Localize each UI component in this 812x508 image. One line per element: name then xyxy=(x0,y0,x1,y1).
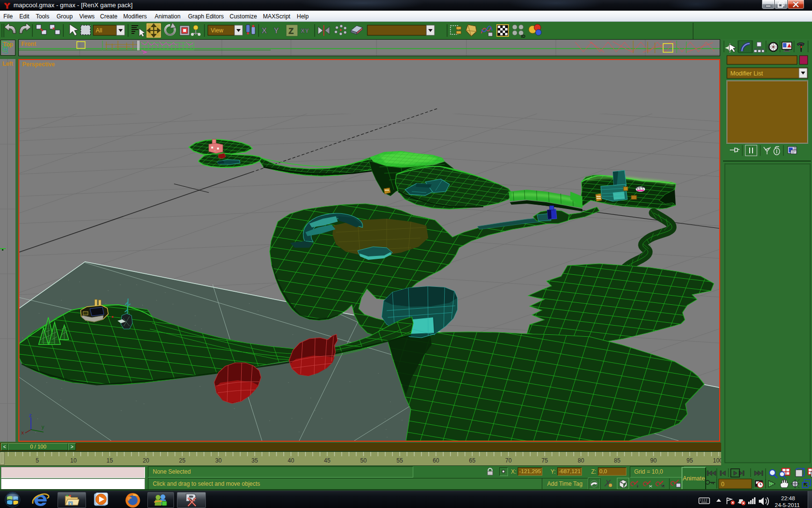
svg-text:50: 50 xyxy=(360,457,367,464)
svg-text:X: X xyxy=(261,26,267,35)
svg-text:75: 75 xyxy=(541,457,548,464)
svg-text:30: 30 xyxy=(215,457,222,464)
svg-text:15: 15 xyxy=(106,457,113,464)
svg-text:Z: Z xyxy=(289,27,293,36)
svg-text:All: All xyxy=(96,27,102,34)
svg-text:85: 85 xyxy=(614,457,621,464)
svg-text:x: x xyxy=(21,430,24,435)
svg-text:22:48: 22:48 xyxy=(781,495,795,501)
svg-text:80: 80 xyxy=(578,457,584,464)
svg-text:z: z xyxy=(29,412,32,418)
svg-text:55: 55 xyxy=(396,457,403,464)
svg-text:25: 25 xyxy=(179,457,186,464)
svg-text:95: 95 xyxy=(686,457,693,464)
svg-text:Y: Y xyxy=(274,26,279,35)
svg-text:40: 40 xyxy=(288,457,294,464)
svg-text:5: 5 xyxy=(36,457,39,464)
svg-text:90: 90 xyxy=(650,457,657,464)
svg-text:20: 20 xyxy=(143,457,149,464)
svg-text:XY: XY xyxy=(301,27,309,34)
svg-text:y: y xyxy=(42,424,44,430)
svg-text:Modifier List: Modifier List xyxy=(730,70,763,77)
svg-text:100: 100 xyxy=(713,457,721,464)
svg-text:ID: ID xyxy=(521,34,526,39)
svg-text:45: 45 xyxy=(324,457,331,464)
svg-text:65: 65 xyxy=(469,457,476,464)
svg-text:10: 10 xyxy=(70,457,77,464)
svg-text:24-5-2011: 24-5-2011 xyxy=(775,502,800,508)
svg-text:60: 60 xyxy=(433,457,439,464)
svg-text:View: View xyxy=(211,27,223,34)
svg-text:%: % xyxy=(661,484,665,488)
svg-text:35: 35 xyxy=(251,457,258,464)
svg-text:3: 3 xyxy=(637,484,639,488)
svg-text:0: 0 xyxy=(721,481,725,488)
svg-text:70: 70 xyxy=(505,457,512,464)
